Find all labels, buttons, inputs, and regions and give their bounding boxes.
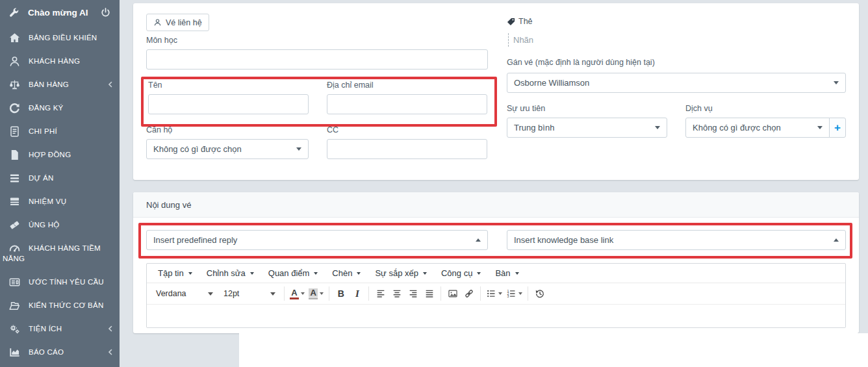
backcolor-icon[interactable]: A [307, 286, 326, 302]
align-center-icon[interactable] [389, 286, 405, 302]
assign-select[interactable]: Osborne Williamson [507, 73, 846, 93]
align-justify-icon[interactable] [421, 286, 437, 302]
chevron-up-icon [476, 238, 481, 242]
editor-menu-label: Chèn [332, 268, 352, 278]
image-icon[interactable] [444, 286, 461, 302]
service-label: Dịch vụ [685, 104, 713, 113]
sidebar-item-setup[interactable]: THÀNH LẬP [0, 364, 120, 367]
sidebar-item-contracts[interactable]: HỢP ĐỒNG [0, 143, 120, 166]
sidebar-item-dashboard[interactable]: BẢNG ĐIỀU KHIỂN [0, 26, 120, 49]
cc-input[interactable] [327, 139, 487, 159]
service-select[interactable]: Không có gì được chọn [685, 118, 830, 138]
app-root: Chào mừng AI BẢNG ĐIỀU KHIỂNKHÁCH HÀNGBÁ… [0, 0, 868, 367]
sidebar-item-expenses[interactable]: CHI PHÍ [0, 120, 120, 143]
font-family-select[interactable]: Verdana [151, 286, 218, 301]
numlist-icon[interactable]: 123 [504, 286, 524, 302]
editor-menu-label: Bàn [495, 268, 510, 278]
chevron-down-icon [357, 272, 361, 275]
editor-menu-item-1[interactable]: Chỉnh sửa [199, 264, 261, 283]
editor-menu-item-6[interactable]: Bàn [488, 264, 526, 283]
sidebar-item-utilities[interactable]: TIỆN ÍCH [0, 317, 120, 340]
chevron-down-icon [296, 147, 301, 151]
chevron-down-icon [655, 126, 660, 129]
sidebar-item-tasks[interactable]: NHIỆM VỤ [0, 190, 120, 213]
priority-select[interactable]: Trung bình [507, 118, 667, 138]
sidebar-menu: BẢNG ĐIỀU KHIỂNKHÁCH HÀNGBÁN HÀNGĐĂNG KÝ… [0, 26, 120, 367]
restoredraft-icon[interactable] [531, 286, 548, 302]
editor-menu-label: Tập tin [158, 268, 184, 278]
sidebar-item-leads[interactable]: KHÁCH HÀNG TIỀM NĂNG [0, 236, 120, 270]
rich-text-editor: Tập tinChỉnh sửaQuan điểmChènSự sắp xếpC… [146, 263, 846, 328]
department-select[interactable]: Không có gì được chọn [146, 139, 309, 159]
sidebar-item-reports[interactable]: BÁO CÁO [0, 340, 120, 364]
editor-content-area[interactable] [147, 305, 845, 328]
chevron-down-icon [270, 292, 275, 296]
sidebar-item-sales[interactable]: BÁN HÀNG [0, 73, 120, 96]
editor-menu-item-0[interactable]: Tập tin [151, 264, 199, 283]
chevron-down-icon [498, 292, 502, 295]
toolbar-separator [528, 286, 528, 301]
subject-input[interactable] [146, 49, 488, 70]
ticket-form-card: Vé liên hệ Môn học Tên Địa chỉ email Căn… [133, 3, 859, 180]
user-icon [8, 55, 21, 68]
forecolor-icon[interactable]: A [288, 286, 307, 302]
priority-selected-value: Trung bình [514, 123, 554, 133]
toolbar-separator [480, 286, 481, 301]
editor-menu-item-5[interactable]: Công cụ [434, 264, 488, 283]
chart-area-icon [8, 346, 21, 359]
name-input[interactable] [148, 94, 309, 114]
toolbar-separator [440, 286, 441, 301]
sidebar-header: Chào mừng AI [0, 0, 120, 25]
tasks-icon [8, 196, 21, 208]
chevron-down-icon [250, 272, 254, 275]
chevron-down-icon [834, 81, 839, 84]
add-service-button[interactable]: + [829, 118, 846, 138]
chevron-down-icon [423, 272, 427, 275]
font-size-select[interactable]: 12pt [218, 286, 281, 301]
editor-menu-label: Sự sắp xếp [375, 268, 418, 278]
contact-ticket-button[interactable]: Vé liên hệ [146, 14, 209, 31]
knowledge-base-select[interactable]: Insert knowledge base link [507, 230, 846, 250]
chevron-down-icon [515, 272, 519, 275]
tags-label: Thẻ [518, 17, 533, 26]
svg-text:3: 3 [507, 294, 509, 298]
power-icon[interactable] [100, 7, 111, 18]
tags-label-row: Thẻ [507, 17, 533, 26]
predefined-reply-value: Insert predefined reply [153, 235, 237, 245]
align-right-icon[interactable] [405, 286, 421, 302]
email-input[interactable] [327, 94, 487, 114]
tags-input[interactable]: Nhãn [508, 33, 544, 47]
editor-menu-item-3[interactable]: Chèn [325, 264, 368, 283]
service-selected-value: Không có gì được chọn [693, 123, 781, 133]
doc-lines-icon [8, 125, 21, 138]
sidebar-item-estimate-request[interactable]: ƯỚC TÍNH YÊU CẦU [0, 270, 120, 294]
home-icon [8, 32, 21, 44]
sidebar-item-customers[interactable]: KHÁCH HÀNG [0, 49, 120, 73]
sidebar-item-knowledge-base[interactable]: KIẾN THỨC CƠ BẢN [0, 294, 120, 317]
sidebar-item-projects[interactable]: DỰ ÁN [0, 166, 120, 190]
bullist-icon[interactable] [484, 286, 504, 302]
predefined-reply-select[interactable]: Insert predefined reply [146, 230, 488, 250]
bold-icon[interactable]: B [333, 286, 349, 302]
toolbar-separator [329, 286, 329, 301]
assign-label: Gán vé (mặc định là người dùng hiện tại) [507, 58, 655, 67]
chevron-left-icon [107, 349, 114, 355]
chevron-up-icon [834, 238, 839, 242]
italic-icon[interactable]: I [349, 286, 365, 302]
editor-menu-item-2[interactable]: Quan điểm [261, 264, 326, 283]
footer-bar: MỞ VÉ [239, 333, 868, 367]
toolbar-separator [284, 286, 285, 301]
scales-icon [8, 79, 21, 91]
chevron-down-icon [301, 292, 305, 295]
list-icon [8, 172, 21, 184]
sidebar-item-subscriptions[interactable]: ĐĂNG KÝ [0, 96, 120, 120]
wrench-icon[interactable] [8, 7, 19, 18]
plus-icon: + [834, 121, 841, 134]
editor-menu-item-4[interactable]: Sự sắp xếp [368, 264, 434, 283]
editor-toolbar: Verdana 12pt AABI123 [147, 283, 845, 305]
chevron-down-icon [817, 126, 823, 129]
sidebar-item-support[interactable]: ỦNG HỘ [0, 213, 120, 236]
font-size-value: 12pt [223, 289, 239, 298]
align-left-icon[interactable] [372, 286, 389, 302]
link-icon[interactable] [461, 286, 477, 302]
